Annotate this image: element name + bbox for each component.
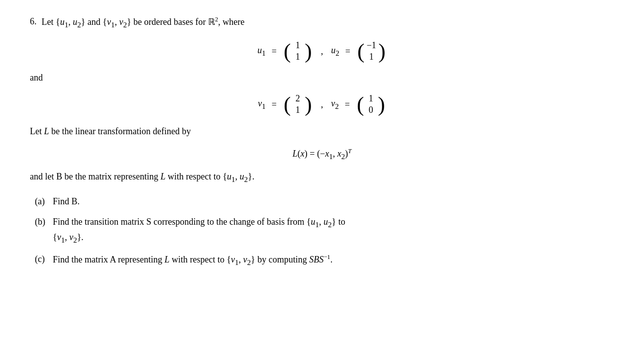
comma2: ,: [321, 99, 323, 110]
v2-vector: ( 1 0 ): [357, 93, 385, 115]
part-b: (b) Find the transition matrix S corresp…: [35, 215, 614, 246]
part-a-label: (a): [35, 194, 53, 209]
comma1: ,: [321, 46, 323, 57]
lx-equation-display: L(x) = (−x1, x2)T: [30, 148, 614, 161]
u1-vector: ( 1 1 ): [284, 40, 312, 62]
part-a-content: Find B.: [53, 194, 614, 209]
v2-left-paren: (: [357, 93, 364, 115]
v1-equals: =: [272, 99, 277, 110]
v-vectors-equation: v1 = ( 2 1 ) , v2 = ( 1 0 ): [258, 93, 386, 115]
linear-transform-intro: Let L be the linear transformation defin…: [30, 124, 614, 139]
v2-values: 1 0: [364, 93, 378, 115]
u1-row1: 1: [293, 40, 303, 51]
v1-row1: 2: [293, 93, 303, 104]
part-a: (a) Find B.: [35, 194, 614, 209]
u1-right-paren: ): [305, 40, 312, 62]
v1-values: 2 1: [291, 93, 305, 115]
u1-equals: =: [272, 46, 277, 57]
problem-header: 6. Let {u1, u2} and {v1, v2} be ordered …: [30, 15, 614, 30]
parts-list: (a) Find B. (b) Find the transition matr…: [30, 194, 614, 268]
u-vectors-equation: u1 = ( 1 1 ) , u2 = ( −1 1 ): [257, 40, 386, 62]
part-c: (c) Find the matrix A representing L wit…: [35, 252, 614, 268]
problem-intro: Let {u1, u2} and {v1, v2} be ordered bas…: [42, 15, 615, 30]
u2-values: −1 1: [364, 40, 378, 62]
part-c-content: Find the matrix A representing L with re…: [53, 252, 614, 268]
u1-values: 1 1: [291, 40, 305, 62]
v2-label: v2: [331, 98, 339, 111]
part-b-content: Find the transition matrix S correspondi…: [53, 215, 614, 246]
part-b-label: (b): [35, 215, 53, 229]
u2-label: u2: [331, 45, 339, 58]
v1-left-paren: (: [284, 93, 291, 115]
matrix-b-intro: and let B be the matrix representing L w…: [30, 170, 614, 185]
u2-right-paren: ): [378, 40, 385, 62]
v1-row2: 1: [293, 105, 303, 115]
part-c-label: (c): [35, 252, 53, 266]
v2-row1: 1: [366, 93, 376, 104]
u2-row1: −1: [366, 40, 376, 51]
lx-equation: L(x) = (−x1, x2)T: [293, 148, 351, 161]
u2-left-paren: (: [357, 40, 364, 62]
v-vectors-display: v1 = ( 2 1 ) , v2 = ( 1 0 ): [30, 93, 614, 115]
v1-vector: ( 2 1 ): [284, 93, 312, 115]
section-and: and: [30, 71, 614, 85]
v1-right-paren: ): [305, 93, 312, 115]
u2-vector: ( −1 1 ): [357, 40, 386, 62]
v2-row2: 0: [366, 105, 376, 115]
problem-container: 6. Let {u1, u2} and {v1, v2} be ordered …: [30, 15, 614, 268]
problem-number: 6.: [30, 15, 37, 28]
u1-row2: 1: [293, 52, 303, 62]
u-vectors-display: u1 = ( 1 1 ) , u2 = ( −1 1 ): [30, 40, 614, 62]
v2-right-paren: ): [378, 93, 385, 115]
v2-equals: =: [345, 99, 350, 110]
u2-row2: 1: [366, 52, 376, 62]
v1-label: v1: [258, 98, 266, 111]
u1-label: u1: [257, 45, 266, 58]
u1-left-paren: (: [284, 40, 291, 62]
u2-equals: =: [345, 46, 350, 57]
